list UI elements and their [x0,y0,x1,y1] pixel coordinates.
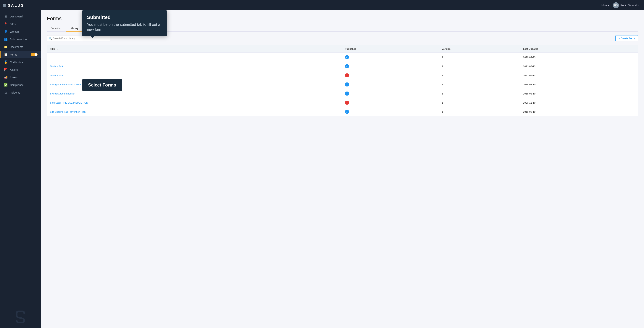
workers-icon: 👤 [4,30,8,33]
sidebar-item-documents[interactable]: 📁Documents [0,43,41,51]
sidebar-item-label-forms: Forms [10,53,17,56]
user-chevron: ▾ [638,4,640,7]
sites-icon: 📍 [4,22,8,26]
logo: SALUS [8,3,24,7]
hamburger-icon[interactable]: ☰ [3,3,6,7]
row-last-updated-1: 2021-07-13 [520,62,638,71]
row-last-updated-4: 2018-08-10 [520,89,638,98]
sidebar-item-label-documents: Documents [10,45,23,48]
select-forms-badge: Select Forms [82,79,122,91]
form-link-5[interactable]: Skid Steer PRE-USE INSPECTION [50,101,88,104]
row-version-4: 1 [439,89,520,98]
sidebar-item-label-workers: Workers [10,30,20,33]
sidebar-item-sites[interactable]: 📍Sites [0,20,41,28]
sidebar-item-forms[interactable]: 📋Forms [0,51,41,58]
sidebar-item-dashboard[interactable]: ⊞Dashboard [0,13,41,20]
sidebar-item-label-assets: Assets [10,76,18,79]
col-version: Version [439,45,520,53]
sidebar-item-label-subcontractors: Subcontractors [10,38,27,41]
incidents-icon: ⚠ [4,91,8,94]
row-title-5: Skid Steer PRE-USE INSPECTION [47,98,342,107]
table-row: Toolbox Talk✓22021-07-13 [47,62,638,71]
col-title[interactable]: Title ▼ [47,45,342,53]
table-row: Toolbox Talk!12021-07-13 [47,71,638,80]
row-version-0: 1 [439,53,520,62]
search-icon: 🔍 [49,37,52,40]
sidebar-item-label-actions: Actions [10,68,18,71]
forms-table: Title ▼ Published Version Last Updated [47,45,638,116]
table-row: ✓12020-04-23 [47,53,638,62]
subcontractors-icon: 👥 [4,37,8,41]
table-row: Skid Steer PRE-USE INSPECTION!12020-11-1… [47,98,638,107]
sidebar-item-subcontractors[interactable]: 👥Subcontractors [0,35,41,43]
sidebar-logo-bottom [0,306,41,328]
row-title-0 [47,53,342,62]
form-link-4[interactable]: Swing Stage Inspection [50,92,75,95]
sidebar-item-compliance[interactable]: ✅Compliance [0,81,41,89]
row-published-5: ! [342,98,439,107]
submitted-tooltip: Submitted You must be on the submitted t… [82,10,167,36]
content-area: Submitted You must be on the submitted t… [41,10,644,328]
tooltip-description: You must be on the submitted tab to fill… [87,22,162,32]
sidebar-item-label-dashboard: Dashboard [10,15,23,18]
sidebar-item-label-sites: Sites [10,23,16,26]
check-published-icon: ✓ [345,64,349,68]
inbox-chevron: ▾ [608,4,609,7]
form-link-2[interactable]: Toolbox Talk [50,74,63,77]
check-published-icon: ✓ [345,110,349,114]
table-row: Swing Stage Inspection✓12018-08-10 [47,89,638,98]
sidebar-item-assets[interactable]: 🚚Assets [0,73,41,81]
row-published-3: ✓ [342,80,439,89]
compliance-icon: ✅ [4,83,8,87]
warning-published-icon: ! [345,73,349,77]
col-last-updated: Last Updated [520,45,638,53]
row-last-updated-5: 2020-11-10 [520,98,638,107]
warning-published-icon: ! [345,101,349,105]
row-title-2: Toolbox Talk [47,71,342,80]
row-version-3: 1 [439,80,520,89]
sidebar-item-workers[interactable]: 👤Workers [0,28,41,35]
sidebar-item-label-incidents: Incidents [10,91,20,94]
row-title-1: Toolbox Talk [47,62,342,71]
row-last-updated-3: 2018-08-10 [520,80,638,89]
sidebar-item-incidents[interactable]: ⚠Incidents [0,89,41,96]
tab-library[interactable]: Library [66,25,82,31]
row-published-6: ✓ [342,107,439,116]
dashboard-icon: ⊞ [4,15,8,18]
sidebar-item-label-compliance: Compliance [10,84,24,87]
row-version-5: 1 [439,98,520,107]
row-version-1: 2 [439,62,520,71]
table-row: Site Specific Fall Prevention Plan✓12018… [47,107,638,116]
sidebar-item-certificates[interactable]: 🏅Certificates [0,58,41,66]
assets-icon: 🚚 [4,76,8,79]
sidebar-nav: ⊞Dashboard📍Sites👤Workers👥Subcontractors📁… [0,11,41,306]
row-title-6: Site Specific Fall Prevention Plan [47,107,342,116]
user-name: Robin Stewart [620,4,637,7]
check-published-icon: ✓ [345,92,349,96]
certificates-icon: 🏅 [4,60,8,64]
tooltip-title: Submitted [87,14,162,20]
user-menu[interactable]: RS Robin Stewart ▾ [613,2,640,8]
forms-toggle[interactable] [31,53,38,56]
sort-icon: ▼ [56,48,58,50]
sidebar-header: ☰ SALUS [0,0,41,11]
row-version-6: 1 [439,107,520,116]
form-link-6[interactable]: Site Specific Fall Prevention Plan [50,110,86,113]
form-link-1[interactable]: Toolbox Talk [50,65,63,68]
table-header-row: Title ▼ Published Version Last Updated [47,45,638,53]
actions-icon: 🚩 [4,68,8,71]
sidebar-item-actions[interactable]: 🚩Actions [0,66,41,73]
avatar: RS [613,2,619,8]
check-published-icon: ✓ [345,82,349,87]
sidebar: ☰ SALUS ⊞Dashboard📍Sites👤Workers👥Subcont… [0,0,41,328]
inbox-label: Inbox [601,4,607,7]
topbar: Inbox ▾ RS Robin Stewart ▾ [41,0,644,10]
sidebar-item-label-certificates: Certificates [10,61,23,64]
tab-submitted[interactable]: Submitted [47,25,66,31]
row-published-4: ✓ [342,89,439,98]
create-form-button[interactable]: + Create Form [616,35,638,41]
row-published-2: ! [342,71,439,80]
main-area: Inbox ▾ RS Robin Stewart ▾ Submitted You… [41,0,644,328]
inbox-button[interactable]: Inbox ▾ [601,4,609,7]
col-published: Published [342,45,439,53]
